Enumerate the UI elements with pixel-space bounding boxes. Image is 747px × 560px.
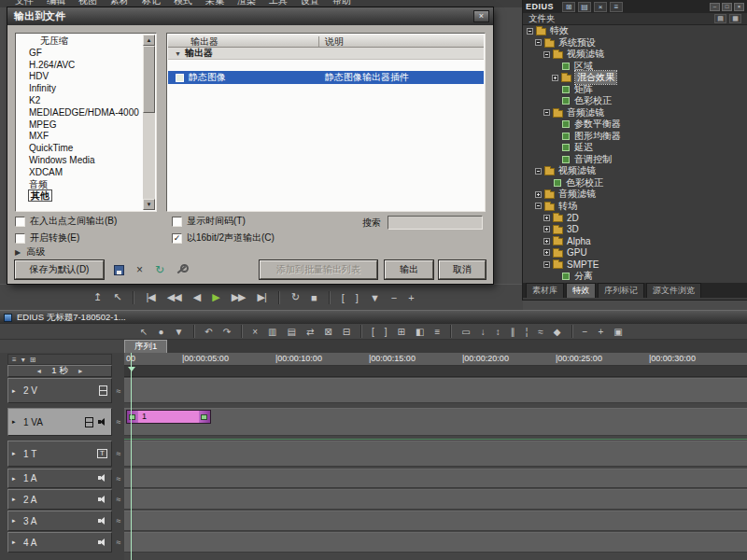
tree-expander-icon[interactable] [543, 109, 550, 116]
track-expander-icon[interactable]: ▸ [12, 475, 20, 483]
track-header-3a[interactable]: ▸3 A [7, 511, 112, 531]
cut-icon[interactable]: × [252, 327, 258, 337]
marker-strip[interactable] [124, 366, 747, 377]
track-resize-handle[interactable]: ≈ [113, 473, 124, 484]
track-lane-2a[interactable] [124, 489, 747, 510]
tree-item[interactable]: 图形均衡器 [523, 131, 747, 143]
set-out-icon[interactable]: ] [385, 327, 388, 337]
format-item[interactable]: K2 [16, 95, 156, 107]
palette-header[interactable]: EDIUS ⊞▤×≡ –□× [523, 0, 747, 13]
track-expander-icon[interactable]: ▸ [12, 496, 20, 503]
tree-item[interactable]: 分离 [523, 271, 747, 283]
tree-item[interactable]: 音频滤镜 [523, 189, 747, 201]
tree-item[interactable]: 2D [523, 212, 747, 224]
track-menu-icon[interactable]: ≡ [12, 356, 17, 364]
tree-expander-icon[interactable] [543, 249, 550, 256]
clip-in-handle[interactable] [127, 411, 138, 423]
scrollbar-thumb[interactable] [143, 46, 155, 113]
insert-mode-icon[interactable]: ↓ [481, 327, 486, 337]
audio-channel-icon[interactable] [98, 539, 107, 547]
delete-icon[interactable]: ⊠ [324, 327, 331, 337]
dialog-title-bar[interactable]: 输出到文件 × [7, 7, 493, 25]
output-button[interactable]: 输出 [385, 260, 433, 279]
save-preset-icon[interactable] [114, 265, 124, 275]
track-lane-2v[interactable] [124, 378, 747, 403]
add-clip-icon[interactable]: ⊞ [398, 327, 405, 337]
format-item[interactable]: 无压缩 [16, 35, 156, 48]
tree-expander-icon[interactable] [543, 261, 550, 268]
folder-bar[interactable]: 文件夹 ▤▦ [523, 13, 747, 25]
format-item[interactable]: HDV [16, 71, 156, 83]
set-out-icon[interactable]: ] [356, 292, 358, 303]
timeline-title-bar[interactable]: EDIUS 无标题7-180502-1... [0, 311, 747, 324]
tree-item[interactable]: 特效 [523, 25, 747, 37]
format-item[interactable]: 其他 [16, 190, 156, 203]
menu-item[interactable]: 模式 [174, 0, 192, 7]
snap-icon[interactable]: ¦ [526, 327, 529, 337]
zoom-out-icon[interactable]: − [391, 292, 396, 303]
tree-expander-icon[interactable] [543, 215, 550, 221]
track-resize-handle[interactable]: ≈ [113, 537, 124, 548]
track-expander-icon[interactable]: ▸ [12, 539, 20, 546]
menu-item[interactable]: 视图 [78, 0, 97, 7]
table-group-row[interactable]: ▼ 输出器 [168, 48, 484, 60]
panel-tab[interactable]: 源文件浏览 [646, 283, 701, 298]
tree-item[interactable]: 色彩校正 [523, 177, 747, 189]
undo-icon[interactable]: ↶ [204, 327, 212, 337]
track-resize-handle[interactable]: ≈ [113, 416, 124, 427]
format-item[interactable]: H.264/AVC [16, 60, 156, 72]
track-resize-handle[interactable]: ≈ [113, 448, 124, 459]
tree-expander-icon[interactable] [543, 226, 550, 232]
track-lane-4a[interactable] [124, 532, 747, 553]
rewind-icon[interactable]: ◀◀ [167, 291, 181, 303]
menu-item[interactable]: 帮助 [332, 0, 351, 7]
sync-lock-icon[interactable]: ∥ [511, 327, 515, 337]
format-item[interactable]: MEDIAEDGE/HDMA-4000 [16, 107, 156, 119]
track-expander-icon[interactable]: ▸ [12, 387, 20, 395]
format-item[interactable]: GF [16, 48, 156, 60]
play-icon[interactable]: ▶ [212, 291, 218, 303]
tree-item[interactable]: 视频滤镜 [523, 165, 747, 177]
copy-icon[interactable]: ▥ [268, 327, 276, 337]
preset-tools-icon[interactable] [176, 264, 188, 275]
tree-item[interactable]: 区域 [523, 61, 747, 73]
track-header-1t[interactable]: ▸1 TT [7, 441, 112, 467]
save-icon[interactable]: ▼ [174, 327, 183, 337]
save-as-default-button[interactable]: 保存为默认(D) [15, 260, 104, 279]
tree-item[interactable]: 延迟 [523, 142, 747, 154]
set-in-icon[interactable]: [ [342, 292, 344, 303]
tree-expander-icon[interactable] [543, 238, 550, 245]
format-item[interactable]: 音频 [16, 179, 156, 191]
delete-preset-icon[interactable]: × [136, 264, 143, 275]
audio-mixer-icon[interactable]: ≡ [434, 327, 440, 337]
cancel-button[interactable]: 取消 [439, 260, 486, 279]
overwrite-mode-icon[interactable]: ↕ [496, 327, 500, 337]
tree-item[interactable]: Alpha [523, 235, 747, 247]
menu-item[interactable]: 文件 [15, 0, 34, 7]
add-marker-icon[interactable]: ▼ [370, 292, 379, 303]
clip-out-handle[interactable] [199, 411, 210, 423]
format-item[interactable]: QuickTime [16, 143, 156, 155]
tree-expander-icon[interactable] [535, 191, 542, 198]
minimize-button[interactable]: – [710, 3, 720, 11]
track-lane-3a[interactable] [124, 511, 747, 531]
audio-channel-icon[interactable] [98, 474, 107, 483]
panel-tab[interactable]: 序列标记 [598, 283, 644, 298]
playhead-marker-icon[interactable] [128, 367, 135, 371]
menu-item[interactable]: 标记 [142, 0, 161, 7]
capture-icon[interactable]: ↥ [93, 291, 101, 303]
tree-item[interactable]: 音频滤镜 [523, 107, 747, 119]
format-item[interactable]: Windows Media [16, 155, 156, 167]
redo-icon[interactable]: ↷ [223, 327, 231, 337]
search-input[interactable] [388, 216, 483, 230]
track-resize-handle[interactable]: ≈ [113, 494, 124, 505]
track-lock-icon[interactable]: ▾ [21, 356, 25, 364]
next-edit-icon[interactable]: ▶| [258, 291, 266, 303]
sequence-tab[interactable]: 序列1 [124, 340, 167, 353]
add-to-timeline-icon[interactable]: ⊞ [562, 2, 575, 12]
track-header-2v[interactable]: ▸2 V [7, 378, 112, 403]
paste-icon[interactable]: ▤ [287, 327, 295, 337]
tree-expander-icon[interactable] [535, 39, 542, 46]
menu-item[interactable]: 编辑 [47, 0, 65, 7]
set-in-icon[interactable]: [ [372, 327, 374, 337]
